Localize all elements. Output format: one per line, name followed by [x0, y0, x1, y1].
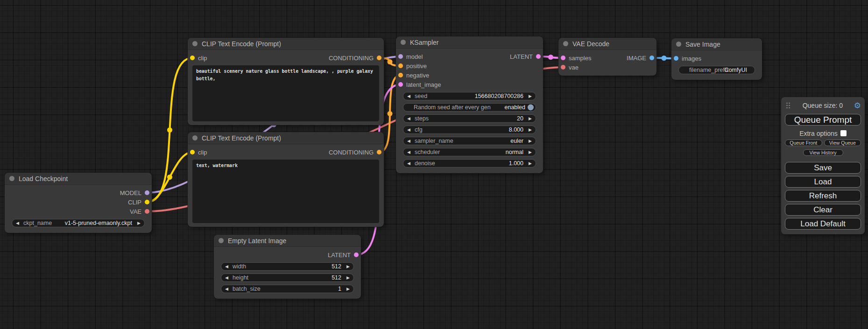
decrement-arrow-icon[interactable]: ◀ — [407, 117, 410, 121]
node-load-checkpoint[interactable]: Load CheckpointMODELCLIPVAE◀▶ckpt_namev1… — [5, 173, 152, 233]
collapse-dot[interactable] — [563, 41, 568, 46]
collapse-dot[interactable] — [219, 238, 224, 243]
view-queue-button[interactable]: View Queue — [824, 140, 861, 146]
decrement-arrow-icon[interactable]: ◀ — [407, 161, 410, 166]
clear-button[interactable]: Clear — [785, 204, 861, 216]
output-slot-vae[interactable]: VAE — [130, 207, 149, 216]
load-default-button[interactable]: Load Default — [785, 218, 861, 230]
save-button[interactable]: Save — [785, 162, 861, 174]
widget-steps[interactable]: ◀▶steps20 — [403, 114, 536, 123]
input-slot-samples[interactable]: samples — [561, 53, 591, 63]
decrement-arrow-icon[interactable]: ◀ — [225, 265, 228, 269]
slot-dot[interactable] — [145, 190, 149, 195]
widget-random-seed-after-every-gen[interactable]: Random seed after every genenabled — [403, 103, 536, 112]
prompt-textarea[interactable]: text, watermark — [192, 160, 379, 223]
decrement-arrow-icon[interactable]: ◀ — [225, 287, 228, 291]
widget-filename-prefix[interactable]: filename_prefixComfyUI — [678, 66, 755, 74]
output-slot-image[interactable]: IMAGE — [627, 53, 654, 63]
slot-dot[interactable] — [377, 150, 381, 154]
node-save-image[interactable]: Save Imageimagesfilename_prefixComfyUI — [671, 38, 762, 80]
input-slot-images[interactable]: images — [674, 54, 701, 63]
widget-ckpt-name[interactable]: ◀▶ckpt_namev1-5-pruned-emaonly.ckpt — [12, 219, 145, 227]
increment-arrow-icon[interactable]: ▶ — [529, 150, 532, 154]
output-slot-conditioning[interactable]: CONDITIONING — [329, 53, 381, 63]
panel-drag-handle-icon[interactable] — [785, 102, 791, 109]
slot-dot[interactable] — [398, 82, 403, 87]
slot-dot[interactable] — [145, 209, 149, 214]
decrement-arrow-icon[interactable]: ◀ — [407, 139, 410, 143]
slot-dot[interactable] — [674, 56, 678, 61]
collapse-dot[interactable] — [192, 135, 198, 140]
node-title-bar[interactable]: Empty Latent Image — [214, 235, 361, 247]
toggle-dot[interactable] — [528, 105, 534, 111]
slot-dot[interactable] — [649, 56, 654, 60]
node-title-bar[interactable]: CLIP Text Encode (Prompt) — [188, 38, 384, 50]
node-title-bar[interactable]: CLIP Text Encode (Prompt) — [188, 132, 384, 144]
widget-cfg[interactable]: ◀▶cfg8.000 — [403, 126, 536, 134]
queue-prompt-button[interactable]: Queue Prompt — [785, 114, 861, 126]
node-vae-decode[interactable]: VAE DecodesamplesIMAGEvae — [558, 38, 656, 76]
settings-gear-icon[interactable]: ⚙ — [854, 102, 861, 110]
increment-arrow-icon[interactable]: ▶ — [137, 221, 141, 225]
input-slot-positive[interactable]: positive — [398, 61, 427, 70]
output-slot-conditioning[interactable]: CONDITIONING — [329, 147, 381, 157]
node-title-bar[interactable]: VAE Decode — [558, 38, 656, 50]
slot-dot[interactable] — [398, 54, 403, 59]
slot-dot[interactable] — [354, 252, 359, 257]
increment-arrow-icon[interactable]: ▶ — [346, 265, 350, 269]
output-slot-latent[interactable]: LATENT — [328, 250, 359, 259]
slot-dot[interactable] — [377, 56, 381, 60]
collapse-dot[interactable] — [401, 40, 406, 45]
decrement-arrow-icon[interactable]: ◀ — [407, 150, 410, 154]
slot-dot[interactable] — [190, 150, 195, 154]
prompt-textarea[interactable]: beautiful scenery nature glass bottle la… — [192, 65, 379, 121]
node-clip-text-encode-positive[interactable]: CLIP Text Encode (Prompt)clipCONDITIONIN… — [188, 38, 384, 125]
output-slot-clip[interactable]: CLIP — [128, 197, 149, 207]
output-slot-latent[interactable]: LATENT — [510, 52, 541, 61]
decrement-arrow-icon[interactable]: ◀ — [225, 276, 228, 280]
node-title-bar[interactable]: Load Checkpoint — [5, 173, 152, 185]
input-slot-clip[interactable]: clip — [190, 53, 207, 63]
refresh-button[interactable]: Refresh — [785, 190, 861, 202]
slot-dot[interactable] — [190, 56, 195, 60]
widget-denoise[interactable]: ◀▶denoise1.000 — [403, 159, 536, 168]
load-button[interactable]: Load — [785, 176, 861, 188]
queue-front-button[interactable]: Queue Front — [785, 140, 822, 146]
collapse-dot[interactable] — [676, 42, 681, 47]
decrement-arrow-icon[interactable]: ◀ — [407, 128, 410, 132]
slot-dot[interactable] — [561, 65, 565, 70]
decrement-arrow-icon[interactable]: ◀ — [407, 94, 410, 98]
extra-options-checkbox[interactable] — [840, 130, 847, 136]
increment-arrow-icon[interactable]: ▶ — [529, 94, 532, 98]
widget-seed[interactable]: ◀▶seed156680208700286 — [403, 92, 536, 100]
comfyui-canvas[interactable]: Load CheckpointMODELCLIPVAE◀▶ckpt_namev1… — [0, 0, 868, 329]
slot-dot[interactable] — [398, 63, 403, 68]
collapse-dot[interactable] — [9, 176, 14, 181]
widget-sampler-name[interactable]: ◀▶sampler_nameeuler — [403, 137, 536, 145]
widget-width[interactable]: ◀▶width512 — [221, 262, 354, 271]
collapse-dot[interactable] — [192, 41, 198, 46]
increment-arrow-icon[interactable]: ▶ — [529, 117, 532, 121]
input-slot-model[interactable]: model — [398, 52, 423, 61]
node-title-bar[interactable]: Save Image — [671, 38, 762, 50]
output-slot-model[interactable]: MODEL — [120, 188, 149, 197]
increment-arrow-icon[interactable]: ▶ — [346, 287, 350, 291]
widget-height[interactable]: ◀▶height512 — [221, 273, 354, 282]
decrement-arrow-icon[interactable]: ◀ — [16, 221, 19, 225]
slot-dot[interactable] — [561, 56, 565, 60]
increment-arrow-icon[interactable]: ▶ — [529, 128, 532, 132]
node-title-bar[interactable]: KSampler — [396, 36, 543, 49]
node-empty-latent-image[interactable]: Empty Latent ImageLATENT◀▶width512◀▶heig… — [214, 235, 361, 299]
input-slot-clip[interactable]: clip — [190, 147, 207, 157]
slot-dot[interactable] — [398, 73, 403, 77]
increment-arrow-icon[interactable]: ▶ — [346, 276, 350, 280]
input-slot-latent-image[interactable]: latent_image — [398, 80, 441, 89]
increment-arrow-icon[interactable]: ▶ — [529, 139, 532, 143]
view-history-button[interactable]: View History — [803, 149, 843, 156]
node-clip-text-encode-negative[interactable]: CLIP Text Encode (Prompt)clipCONDITIONIN… — [188, 132, 384, 227]
widget-batch-size[interactable]: ◀▶batch_size1 — [221, 285, 354, 293]
increment-arrow-icon[interactable]: ▶ — [529, 161, 532, 166]
slot-dot[interactable] — [145, 200, 149, 204]
input-slot-negative[interactable]: negative — [398, 70, 429, 80]
slot-dot[interactable] — [536, 54, 541, 59]
